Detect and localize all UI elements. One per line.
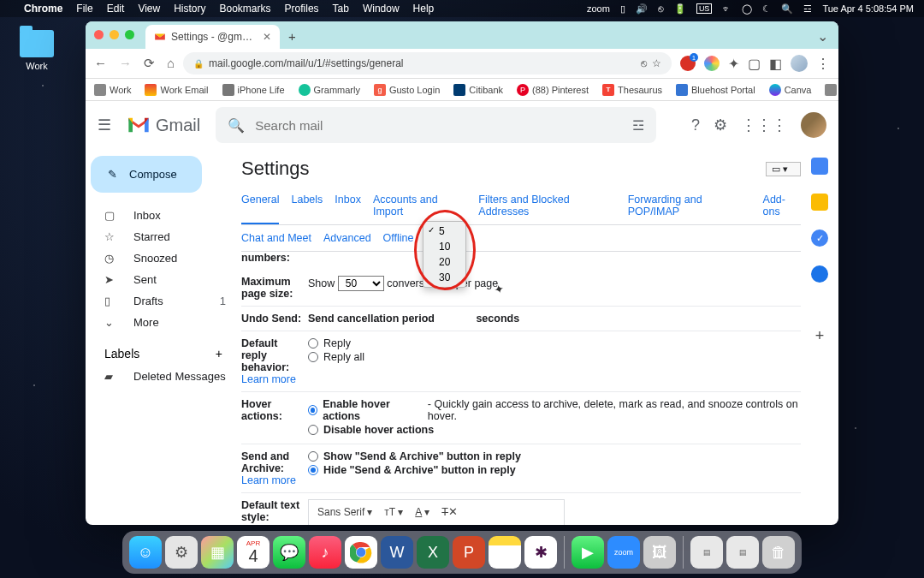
- remove-formatting-button[interactable]: T✕: [441, 505, 458, 518]
- settings-body[interactable]: numbers: Maximum page size: Show 50 conv…: [241, 252, 801, 525]
- dock-slack-icon[interactable]: ✱: [524, 536, 557, 569]
- tab-chat-meet[interactable]: Chat and Meet: [241, 232, 311, 244]
- bookmark-bluehost[interactable]: Bluehost Portal: [676, 84, 755, 96]
- tab-advanced[interactable]: Advanced: [323, 232, 371, 244]
- font-size-dropdown[interactable]: тT ▾: [384, 506, 403, 518]
- radio-reply-all[interactable]: Reply all: [308, 351, 801, 363]
- menubar-zoom[interactable]: zoom: [587, 3, 610, 14]
- tab-dropdown-button[interactable]: ⌄: [817, 28, 828, 45]
- bookmark-citibank[interactable]: Citibank: [453, 84, 503, 96]
- dock-system-settings-icon[interactable]: ⚙: [165, 536, 198, 569]
- learn-more-reply[interactable]: Learn more: [241, 373, 296, 385]
- dock-music-icon[interactable]: ♪: [309, 536, 341, 569]
- main-menu-button[interactable]: ☰: [98, 116, 111, 134]
- dock-calendar-icon[interactable]: APR4: [237, 536, 270, 569]
- keep-addon-icon[interactable]: [811, 194, 828, 211]
- menubar-app-name[interactable]: Chrome: [24, 3, 62, 15]
- desktop-folder-work[interactable]: Work: [15, 30, 58, 71]
- window-minimize-button[interactable]: [110, 30, 119, 39]
- menubar-edit[interactable]: Edit: [107, 3, 125, 15]
- radio-enable-hover[interactable]: Enable hover actions - Quickly gain acce…: [308, 398, 801, 422]
- tasks-addon-icon[interactable]: [811, 229, 828, 247]
- home-button[interactable]: ⌂: [167, 56, 175, 71]
- menubar-battery-icon[interactable]: 🔋: [674, 3, 686, 15]
- tab-labels[interactable]: Labels: [291, 187, 323, 224]
- search-input[interactable]: [255, 118, 622, 133]
- tab-general[interactable]: General: [241, 187, 279, 224]
- chrome-menu-button[interactable]: ⋮: [816, 56, 830, 72]
- dropdown-option-20[interactable]: 20: [424, 254, 465, 270]
- support-icon[interactable]: ?: [691, 116, 700, 134]
- menubar-dnd-icon[interactable]: ☾: [762, 3, 771, 15]
- bookmark-gusto[interactable]: gGusto Login: [374, 84, 440, 96]
- menubar-window[interactable]: Window: [363, 3, 400, 15]
- dropdown-option-5[interactable]: 5: [424, 223, 465, 239]
- back-button[interactable]: ←: [94, 56, 107, 71]
- menubar-history[interactable]: History: [174, 3, 205, 15]
- dropdown-option-10[interactable]: 10: [424, 239, 465, 254]
- bookmark-pinterest[interactable]: P(88) Pinterest: [517, 84, 589, 96]
- get-addons-button[interactable]: +: [815, 327, 825, 345]
- sidebar-item-snoozed[interactable]: ◷Snoozed: [86, 247, 234, 269]
- dock-zoom-icon[interactable]: zoom: [607, 536, 640, 569]
- text-color-dropdown[interactable]: A ▾: [415, 506, 429, 518]
- bookmark-work[interactable]: Work: [94, 84, 131, 96]
- gmail-logo[interactable]: Gmail: [127, 116, 200, 135]
- search-icon[interactable]: 🔍: [228, 117, 245, 134]
- menubar-wifi-icon[interactable]: ᯤ: [722, 3, 732, 14]
- address-bar[interactable]: 🔒 mail.google.com/mail/u/1/#settings/gen…: [183, 52, 672, 74]
- sidebar-item-sent[interactable]: ➤Sent: [86, 269, 234, 290]
- share-icon[interactable]: ⎋: [641, 57, 647, 69]
- dock-launchpad-icon[interactable]: ▦: [201, 536, 234, 569]
- dock-word-icon[interactable]: W: [381, 536, 413, 569]
- bookmark-thesaurus[interactable]: TThesaurus: [602, 84, 662, 96]
- cast-icon[interactable]: ▢: [748, 56, 761, 72]
- radio-show-send-archive[interactable]: Show "Send & Archive" button in reply: [308, 450, 801, 462]
- tab-accounts[interactable]: Accounts and Import: [373, 187, 466, 224]
- dock-document-1-icon[interactable]: ▤: [690, 536, 723, 569]
- tab-offline[interactable]: Offline: [383, 232, 414, 244]
- menubar-bookmarks[interactable]: Bookmarks: [220, 3, 271, 15]
- learn-more-archive[interactable]: Learn more: [241, 474, 296, 486]
- contacts-addon-icon[interactable]: [811, 265, 828, 283]
- sidebar-item-inbox[interactable]: ▢Inbox: [86, 205, 234, 226]
- extension-icon-2[interactable]: [704, 56, 720, 71]
- compose-button[interactable]: ✎ Compose: [91, 156, 202, 193]
- menubar-user-icon[interactable]: ◯: [742, 3, 752, 15]
- tab-filters[interactable]: Filters and Blocked Addresses: [478, 187, 615, 224]
- menubar-spotlight-icon[interactable]: 🔍: [781, 3, 793, 15]
- dock-preview-icon[interactable]: 🖼: [643, 536, 676, 569]
- tab-close-button[interactable]: ✕: [263, 31, 271, 43]
- bookmark-work-email[interactable]: Work Email: [145, 84, 208, 96]
- dock-trash-icon[interactable]: 🗑: [762, 536, 795, 569]
- menubar-profiles[interactable]: Profiles: [285, 3, 319, 15]
- dock-powerpoint-icon[interactable]: P: [453, 536, 485, 569]
- window-maximize-button[interactable]: [125, 30, 134, 39]
- dock-excel-icon[interactable]: X: [417, 536, 449, 569]
- radio-reply[interactable]: Reply: [308, 337, 801, 349]
- window-close-button[interactable]: [94, 30, 104, 39]
- browser-tab-active[interactable]: Settings - @gm… ✕: [145, 25, 280, 49]
- menubar-volume-icon[interactable]: 🔊: [636, 3, 648, 15]
- side-panel-icon[interactable]: ◧: [769, 56, 782, 72]
- menubar-input-lang[interactable]: US: [696, 3, 713, 14]
- menubar-toolbox-icon[interactable]: ▯: [620, 3, 625, 15]
- bookmark-star-icon[interactable]: ☆: [652, 57, 661, 69]
- forward-button[interactable]: →: [119, 56, 132, 71]
- menubar-file[interactable]: File: [76, 3, 92, 15]
- menubar-help[interactable]: Help: [413, 3, 435, 15]
- account-avatar[interactable]: [801, 112, 826, 138]
- tab-inbox[interactable]: Inbox: [335, 187, 361, 224]
- radio-hide-send-archive[interactable]: Hide "Send & Archive" button in reply: [308, 464, 801, 476]
- search-options-icon[interactable]: ☲: [632, 117, 644, 134]
- add-label-button[interactable]: +: [216, 347, 222, 361]
- dock-messages-icon[interactable]: 💬: [273, 536, 305, 569]
- profile-avatar[interactable]: [791, 55, 808, 72]
- dock-document-2-icon[interactable]: ▤: [726, 536, 759, 569]
- sidebar-item-drafts[interactable]: ▯Drafts1: [86, 290, 234, 312]
- dock-notes-icon[interactable]: [489, 536, 521, 569]
- sidebar-item-more[interactable]: ⌄More: [86, 312, 234, 333]
- apps-grid-icon[interactable]: ⋮⋮⋮: [741, 116, 787, 134]
- menubar-datetime[interactable]: Tue Apr 4 5:08:54 PM: [822, 3, 914, 14]
- calendar-addon-icon[interactable]: [811, 158, 828, 175]
